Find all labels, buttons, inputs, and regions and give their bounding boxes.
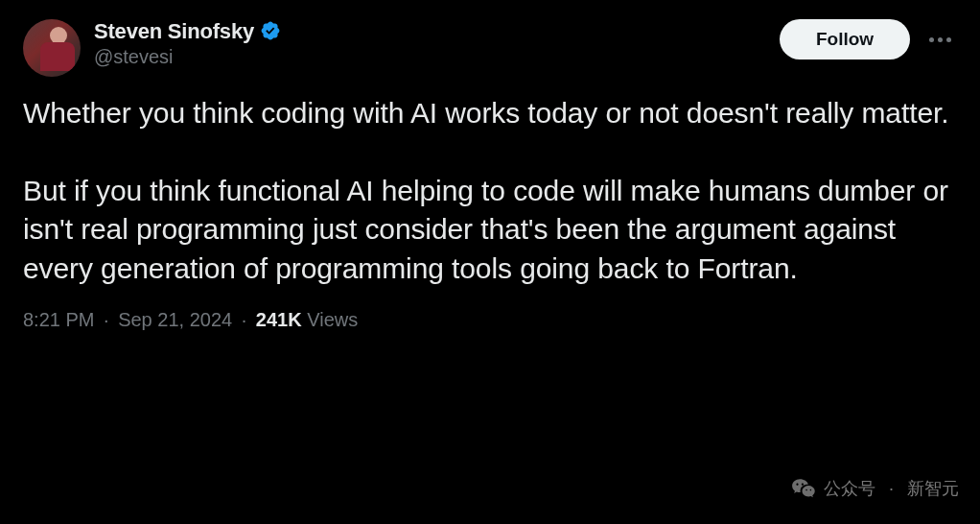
more-options-icon[interactable] <box>923 32 957 48</box>
watermark: 公众号 · 新智元 <box>791 476 959 501</box>
meta-separator: · <box>98 309 114 330</box>
user-handle[interactable]: @stevesi <box>94 46 283 68</box>
user-name-block: Steven Sinofsky @stevesi <box>94 19 283 68</box>
tweet-paragraph: But if you think functional AI helping t… <box>23 172 957 289</box>
tweet-date[interactable]: Sep 21, 2024 <box>118 309 232 330</box>
verified-badge-icon <box>260 20 283 43</box>
display-name[interactable]: Steven Sinofsky <box>94 19 254 44</box>
tweet-time[interactable]: 8:21 PM <box>23 309 94 330</box>
follow-button[interactable]: Follow <box>780 19 910 60</box>
watermark-source: 新智元 <box>907 477 959 500</box>
avatar[interactable] <box>23 19 81 77</box>
name-line: Steven Sinofsky <box>94 19 283 44</box>
user-info: Steven Sinofsky @stevesi <box>23 19 283 77</box>
views-label: Views <box>307 309 358 330</box>
meta-separator: · <box>236 309 252 330</box>
wechat-icon <box>791 476 816 501</box>
tweet-body: Whether you think coding with AI works t… <box>23 94 957 288</box>
tweet-meta: 8:21 PM · Sep 21, 2024 · 241K Views <box>23 309 957 331</box>
header-actions: Follow <box>780 19 957 60</box>
tweet-card: Steven Sinofsky @stevesi Follow Whether … <box>0 0 980 350</box>
tweet-paragraph: Whether you think coding with AI works t… <box>23 94 957 133</box>
tweet-header: Steven Sinofsky @stevesi Follow <box>23 19 957 77</box>
watermark-separator: · <box>889 479 894 499</box>
watermark-label: 公众号 <box>824 477 875 500</box>
views-count[interactable]: 241K <box>256 309 302 330</box>
